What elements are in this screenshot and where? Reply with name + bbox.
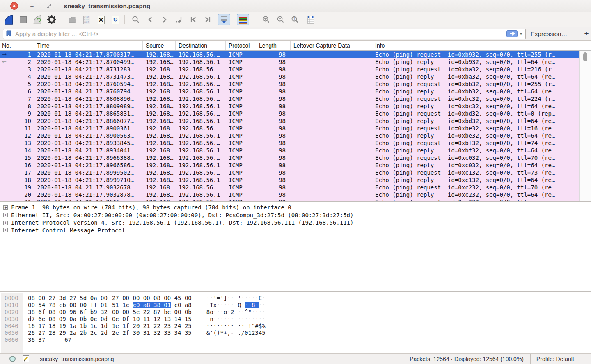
zoom-in-button[interactable] bbox=[260, 14, 273, 25]
detail-line[interactable]: +Frame 1: 98 bytes on wire (784 bits), 9… bbox=[0, 204, 591, 212]
add-filter-button[interactable]: + bbox=[582, 29, 591, 38]
packet-row[interactable]: 52020-01-18 04:21:17.8760594…192.168…192… bbox=[0, 80, 591, 88]
stop-capture-button[interactable] bbox=[17, 14, 29, 25]
cell-info: Echo (ping) request id=0xb932, seq=0/0, … bbox=[372, 51, 581, 58]
detail-line[interactable]: +Ethernet II, Src: 0a:00:27:00:00:00 (0a… bbox=[0, 212, 591, 219]
colorize-toggle[interactable] bbox=[237, 14, 249, 25]
expander-icon[interactable]: + bbox=[3, 228, 8, 232]
cell-length: 98 bbox=[256, 132, 291, 139]
column-header-length[interactable]: Length bbox=[256, 41, 291, 50]
bookmark-icon[interactable] bbox=[5, 30, 12, 37]
reload-file-button[interactable]: ↻ bbox=[109, 14, 121, 25]
capture-comment-icon[interactable] bbox=[23, 355, 29, 362]
expander-icon[interactable]: + bbox=[3, 221, 8, 225]
cell-no: 9 bbox=[0, 110, 34, 117]
expander-icon[interactable]: + bbox=[3, 205, 8, 210]
next-packet-button[interactable] bbox=[158, 14, 171, 25]
column-header-destination[interactable]: Destination bbox=[176, 41, 226, 50]
packet-list-scrollbar[interactable] bbox=[579, 51, 591, 201]
cell-destination: 192.168.56.… bbox=[176, 66, 226, 73]
packet-row[interactable]: 202020-01-18 04:21:17.9032878…192.168…19… bbox=[0, 191, 591, 198]
zoom-original-button[interactable]: 1 bbox=[289, 14, 301, 25]
apply-filter-button[interactable] bbox=[506, 30, 518, 37]
resize-columns-button[interactable] bbox=[305, 14, 317, 25]
cell-source: 192.168… bbox=[143, 73, 176, 80]
save-file-button[interactable]: 010101100011 bbox=[80, 14, 93, 25]
status-profile[interactable]: Profile: Default bbox=[530, 354, 591, 364]
detail-line[interactable]: +Internet Control Message Protocol bbox=[0, 227, 591, 234]
status-filename[interactable]: sneaky_transmission.pcapng bbox=[40, 356, 403, 362]
packet-row[interactable]: 152020-01-18 04:21:17.8966388…192.168…19… bbox=[0, 154, 591, 162]
packet-row[interactable]: 42020-01-18 04:21:17.8731473…192.168…192… bbox=[0, 73, 591, 80]
packet-row[interactable]: 162020-01-18 04:21:17.8966586…192.168…19… bbox=[0, 162, 591, 169]
packet-row[interactable]: 172020-01-18 04:21:17.8999502…192.168…19… bbox=[0, 169, 591, 176]
column-header-protocol[interactable]: Protocol bbox=[226, 41, 256, 50]
hex-row[interactable]: 000008 00 27 3d 27 5d 0a 0027 00 00 00 0… bbox=[0, 295, 591, 302]
hex-row[interactable]: 002038 6f 08 00 96 6f b9 3200 00 5e 22 8… bbox=[0, 309, 591, 316]
packet-row[interactable]: 32020-01-18 04:21:17.8731283…192.168…192… bbox=[0, 66, 591, 73]
minimize-window-icon[interactable]: – bbox=[29, 3, 35, 9]
column-header-leftover-capture-data[interactable]: Leftover Capture Data bbox=[291, 41, 372, 50]
cell-leftover bbox=[291, 154, 372, 162]
ascii-group: ··'=']·· bbox=[206, 295, 234, 301]
display-filter-field[interactable]: ▾ bbox=[3, 29, 526, 39]
cell-leftover bbox=[291, 73, 372, 80]
last-packet-button[interactable] bbox=[202, 14, 214, 25]
cell-source: 192.168… bbox=[143, 58, 176, 66]
close-window-icon[interactable]: ✕ bbox=[10, 2, 18, 10]
cell-protocol: ICMP bbox=[226, 102, 256, 110]
zoom-out-button[interactable] bbox=[275, 14, 287, 25]
close-file-button[interactable]: ✕ bbox=[95, 14, 107, 25]
hex-row[interactable]: 001000 54 78 cb 00 00 ff 0151 1c c0 a8 3… bbox=[0, 302, 591, 309]
start-capture-button[interactable] bbox=[2, 14, 15, 25]
packet-row[interactable]: 1→2020-01-18 04:21:17.8700317…192.168…19… bbox=[0, 51, 591, 58]
previous-packet-button[interactable] bbox=[144, 14, 156, 25]
maximize-window-icon[interactable] bbox=[46, 3, 53, 9]
cell-source: 192.168… bbox=[143, 162, 176, 169]
cell-time: 2020-01-18 04:21:17.8999502… bbox=[34, 169, 143, 176]
filter-history-dropdown[interactable]: ▾ bbox=[520, 32, 522, 36]
expert-info-icon[interactable] bbox=[9, 356, 16, 362]
packet-row[interactable]: 192020-01-18 04:21:17.9032678…192.168…19… bbox=[0, 184, 591, 191]
hex-row[interactable]: 0030d7 6e 08 09 0a 0b 0c 0d0e 0f 10 11 1… bbox=[0, 316, 591, 323]
packet-row[interactable]: 132020-01-18 04:21:17.8933845…192.168…19… bbox=[0, 139, 591, 147]
column-header-info[interactable]: Info bbox=[372, 41, 591, 50]
filter-bar: ▾ Expression… + bbox=[0, 27, 591, 41]
display-filter-input[interactable] bbox=[14, 30, 506, 38]
column-header-no[interactable]: No. bbox=[0, 41, 34, 50]
detail-line[interactable]: +Internet Protocol Version 4, Src: 192.1… bbox=[0, 219, 591, 227]
auto-scroll-toggle[interactable] bbox=[218, 14, 230, 25]
packet-row[interactable]: 72020-01-18 04:21:17.8808890…192.168…192… bbox=[0, 95, 591, 102]
cell-length: 98 bbox=[256, 154, 291, 162]
cell-info: Echo (ping) reply id=0xbb32, seq=0/0, tt… bbox=[372, 88, 581, 95]
hex-row[interactable]: 005026 27 28 29 2a 2b 2c 2d2e 2f 30 31 3… bbox=[0, 330, 591, 337]
packet-row[interactable]: 102020-01-18 04:21:17.8866077…192.168…19… bbox=[0, 117, 591, 125]
restart-capture-button[interactable] bbox=[31, 14, 44, 25]
expression-button[interactable]: Expression… bbox=[531, 30, 567, 37]
ascii-group: &'()*+,- bbox=[206, 330, 234, 336]
capture-options-button[interactable] bbox=[46, 14, 58, 25]
packet-row[interactable]: 82020-01-18 04:21:17.8809089…192.168…192… bbox=[0, 102, 591, 110]
packet-row[interactable]: 92020-01-18 04:21:17.8865831…192.168…192… bbox=[0, 110, 591, 117]
first-packet-button[interactable] bbox=[187, 14, 199, 25]
packet-row[interactable]: 112020-01-18 04:21:17.8900361…192.168…19… bbox=[0, 125, 591, 132]
column-header-time[interactable]: Time bbox=[34, 41, 143, 50]
goto-packet-button[interactable] bbox=[173, 14, 185, 25]
packet-row[interactable]: 62020-01-18 04:21:17.8760794…192.168…192… bbox=[0, 88, 591, 95]
expander-icon[interactable]: + bbox=[3, 213, 8, 217]
hex-row[interactable]: 006036 3767 bbox=[0, 337, 591, 344]
toolbar-separator bbox=[61, 15, 61, 24]
packet-list-header[interactable]: No.TimeSourceDestinationProtocolLengthLe… bbox=[0, 41, 591, 51]
cell-source: 192.168… bbox=[143, 88, 176, 95]
packet-row[interactable]: 142020-01-18 04:21:17.8934041…192.168…19… bbox=[0, 147, 591, 154]
packet-row[interactable]: 2←2020-01-18 04:21:17.8700499…192.168…19… bbox=[0, 58, 591, 66]
jump-arrow-icon bbox=[175, 16, 183, 23]
cell-info: Echo (ping) reply id=0xbc32, seq=0/0, tt… bbox=[372, 102, 581, 110]
find-packet-button[interactable] bbox=[130, 14, 142, 25]
scrollbar-thumb[interactable] bbox=[583, 52, 587, 61]
hex-row[interactable]: 004016 17 18 19 1a 1b 1c 1d1e 1f 20 21 2… bbox=[0, 323, 591, 330]
packet-row[interactable]: 182020-01-18 04:21:17.8999710…192.168…19… bbox=[0, 176, 591, 184]
column-header-source[interactable]: Source bbox=[143, 41, 176, 50]
open-file-button[interactable] bbox=[66, 14, 78, 25]
packet-row[interactable]: 122020-01-18 04:21:17.8900563…192.168…19… bbox=[0, 132, 591, 139]
